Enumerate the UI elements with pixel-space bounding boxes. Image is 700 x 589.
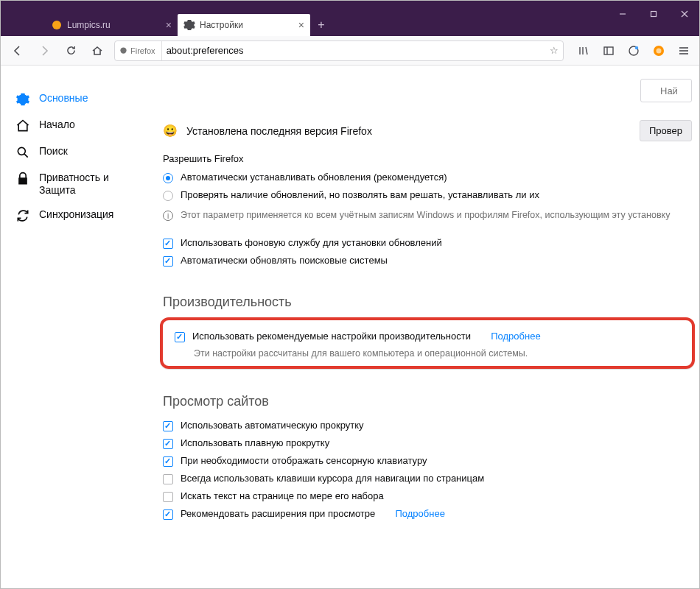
- search-icon: [15, 145, 30, 160]
- cb-update-engines[interactable]: Автоматически обновлять поисковые систем…: [163, 252, 692, 269]
- lock-icon: [15, 172, 30, 186]
- browsing-more-link[interactable]: Подробнее: [395, 508, 444, 519]
- cb-search-typing[interactable]: Искать текст на странице по мере его наб…: [163, 487, 692, 505]
- cb-recommend-ext[interactable]: Рекомендовать расширения при просмотре П…: [163, 505, 692, 523]
- back-button[interactable]: [8, 41, 27, 60]
- sidebar-item-sync[interactable]: Синхронизация: [8, 202, 148, 229]
- firefox-account-icon[interactable]: [651, 43, 667, 59]
- menu-icon[interactable]: [676, 43, 692, 59]
- cb-smooth-scroll[interactable]: Использовать плавную прокрутку: [163, 434, 692, 452]
- svg-line-19: [24, 154, 28, 158]
- checkbox-icon[interactable]: [163, 439, 173, 449]
- sidebar-item-label: Основные: [39, 92, 88, 104]
- checkbox-icon[interactable]: [163, 239, 173, 249]
- svg-point-14: [657, 48, 662, 53]
- smile-icon: 😀: [163, 124, 178, 138]
- home-icon: [15, 119, 30, 133]
- sync-icon: [15, 208, 30, 223]
- checkbox-icon[interactable]: [163, 474, 173, 484]
- radio-icon[interactable]: [163, 173, 173, 183]
- update-status-row: 😀 Установлена последняя версия Firefox П…: [163, 120, 692, 141]
- close-icon[interactable]: ×: [298, 20, 304, 30]
- maximize-icon[interactable]: [643, 7, 664, 21]
- perf-more-link[interactable]: Подробнее: [491, 331, 540, 342]
- navbar: Firefox ☆: [1, 36, 699, 66]
- titlebar: Lumpics.ru × Настройки × +: [1, 1, 699, 36]
- checkbox-label: Всегда использовать клавиши курсора для …: [181, 473, 484, 484]
- content: Основные Начало Поиск Приватность и Защи…: [1, 66, 699, 589]
- svg-point-18: [18, 147, 25, 155]
- tab-settings[interactable]: Настройки ×: [178, 14, 310, 36]
- tab-lumpics[interactable]: Lumpics.ru ×: [45, 14, 178, 36]
- checkbox-label: При необходимости отображать сенсорную к…: [181, 455, 427, 466]
- checkbox-icon[interactable]: [175, 332, 185, 342]
- checkbox-label: Искать текст на странице по мере его наб…: [181, 490, 384, 501]
- sidebar-item-label: Начало: [39, 119, 75, 130]
- checkbox-label: Использовать фоновую службу для установк…: [181, 237, 442, 248]
- sidebar-item-label: Приватность и Защита: [39, 172, 141, 197]
- cb-cursor-nav[interactable]: Всегда использовать клавиши курсора для …: [163, 470, 692, 487]
- settings-sidebar: Основные Начало Поиск Приватность и Защи…: [1, 80, 148, 589]
- sidebar-item-label: Поиск: [39, 145, 68, 157]
- identity-label: Firefox: [130, 46, 155, 55]
- updates-radio-auto[interactable]: Автоматически устанавливать обновления (…: [163, 169, 692, 186]
- sidebar-item-search[interactable]: Поиск: [8, 139, 148, 166]
- checkbox-icon[interactable]: [163, 256, 173, 267]
- close-icon[interactable]: ×: [166, 20, 172, 30]
- sidebar-toggle-icon[interactable]: [601, 43, 617, 59]
- library-icon[interactable]: [575, 43, 592, 59]
- checkbox-icon[interactable]: [163, 456, 173, 467]
- shield-icon[interactable]: [626, 43, 642, 59]
- tab-label: Настройки: [200, 20, 243, 30]
- tabstrip: Lumpics.ru × Настройки × +: [1, 1, 612, 36]
- bookmark-star-icon[interactable]: ☆: [550, 45, 559, 56]
- svg-rect-2: [651, 12, 657, 17]
- section-title-browsing: Просмотр сайтов: [163, 394, 692, 409]
- forward-button[interactable]: [35, 41, 54, 60]
- svg-point-0: [52, 21, 61, 29]
- sidebar-item-general[interactable]: Основные: [8, 86, 148, 113]
- checkbox-icon[interactable]: [163, 421, 173, 431]
- updates-radio-check[interactable]: Проверять наличие обновлений, но позволя…: [163, 186, 692, 204]
- settings-search-input[interactable]: [640, 79, 692, 102]
- sidebar-item-privacy[interactable]: Приватность и Защита: [8, 166, 148, 202]
- tab-label: Lumpics.ru: [67, 20, 111, 30]
- svg-point-12: [635, 46, 638, 49]
- svg-line-8: [586, 47, 587, 54]
- radio-label: Проверять наличие обновлений, но позволя…: [181, 189, 539, 200]
- reload-button[interactable]: [61, 41, 80, 60]
- url-input[interactable]: [167, 41, 545, 60]
- radio-label: Автоматически устанавливать обновления (…: [181, 172, 447, 183]
- checkbox-icon[interactable]: [163, 492, 173, 502]
- updates-shared-info: i Этот параметр применяется ко всем учёт…: [163, 204, 692, 227]
- url-box[interactable]: Firefox ☆: [114, 40, 564, 61]
- content-scroll[interactable]: Основные Начало Поиск Приватность и Защи…: [1, 66, 699, 589]
- home-button[interactable]: [88, 41, 107, 60]
- radio-icon[interactable]: [163, 191, 173, 201]
- site-identity[interactable]: Firefox: [119, 41, 162, 60]
- new-tab-button[interactable]: +: [310, 14, 332, 36]
- close-window-icon[interactable]: [674, 7, 695, 21]
- cb-touch-keyboard[interactable]: При необходимости отображать сенсорную к…: [163, 452, 692, 470]
- cb-recommended-perf[interactable]: Использовать рекомендуемые настройки про…: [175, 328, 680, 345]
- update-status-text: Установлена последняя версия Firefox: [186, 125, 372, 137]
- gear-icon: [183, 19, 195, 31]
- checkbox-label: Автоматически обновлять поисковые систем…: [181, 255, 388, 266]
- gear-icon: [15, 92, 30, 107]
- window-controls: [612, 1, 699, 21]
- checkbox-label: Использовать автоматическую прокрутку: [181, 420, 364, 431]
- minimize-icon[interactable]: [612, 7, 633, 21]
- cb-autoscroll[interactable]: Использовать автоматическую прокрутку: [163, 417, 692, 434]
- sidebar-item-label: Синхронизация: [39, 208, 113, 220]
- toolbar-right: [571, 43, 692, 59]
- checkbox-icon[interactable]: [163, 509, 173, 520]
- sidebar-item-home[interactable]: Начало: [8, 113, 148, 139]
- cb-bg-service[interactable]: Использовать фоновую службу для установк…: [163, 234, 692, 252]
- checkbox-label: Использовать рекомендуемые настройки про…: [192, 331, 471, 342]
- permit-label: Разрешить Firefox: [163, 153, 692, 164]
- performance-highlight: Использовать рекомендуемые настройки про…: [160, 317, 695, 369]
- check-updates-button[interactable]: Провер: [640, 120, 692, 141]
- svg-rect-9: [604, 47, 613, 54]
- section-title-performance: Производительность: [163, 294, 692, 310]
- info-text: Этот параметр применяется ко всем учётны…: [181, 210, 670, 221]
